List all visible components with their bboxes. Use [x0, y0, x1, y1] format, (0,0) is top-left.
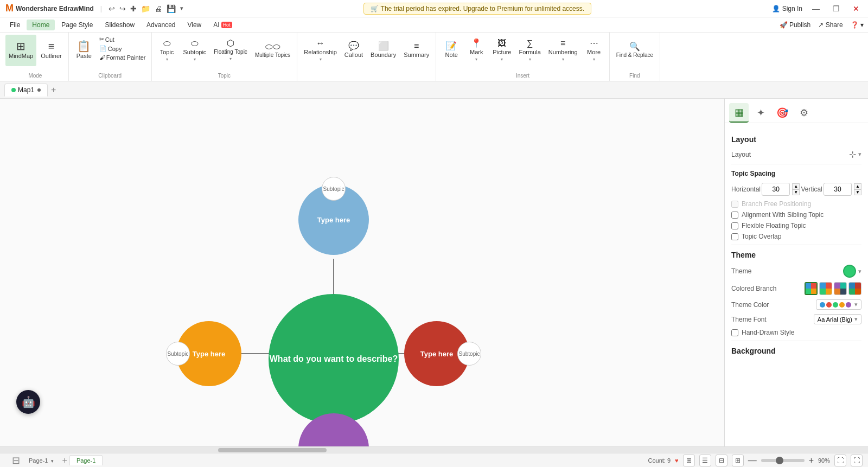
sign-in-btn[interactable]: 👤 Sign In: [772, 5, 802, 12]
menu-advanced[interactable]: Advanced: [141, 20, 181, 30]
zoom-plus[interactable]: +: [809, 456, 814, 465]
boundary-btn[interactable]: ⬜ Boundary: [367, 35, 399, 66]
view-btn-3[interactable]: ⊟: [716, 455, 727, 466]
alignment-checkbox[interactable]: [731, 212, 738, 219]
scroll-thumb[interactable]: [218, 448, 327, 452]
center-node[interactable]: What do you want to describe?: [269, 294, 399, 424]
cut-btn[interactable]: ✂ Cut: [97, 35, 148, 44]
paste-btn[interactable]: 📋 Paste: [72, 35, 96, 66]
redo-icon[interactable]: ↪: [119, 4, 126, 13]
title-bar: M Wondershare EdrawMind | ↩ ↪ ✚ 📁 🖨 💾 ▾ …: [0, 0, 868, 17]
theme-select[interactable]: ▾: [843, 265, 861, 278]
minimize-btn[interactable]: —: [809, 4, 823, 13]
mindmap-btn[interactable]: ⊞ MindMap: [5, 35, 36, 66]
relationship-btn[interactable]: ↔ Relationship ▾: [301, 35, 340, 66]
menu-home[interactable]: Home: [27, 20, 55, 30]
menu-slideshow[interactable]: Slideshow: [99, 20, 140, 30]
h-scrollbar[interactable]: [0, 446, 868, 453]
subtopic-top[interactable]: Subtopic: [322, 177, 346, 201]
menu-file[interactable]: File: [4, 20, 25, 30]
zoom-minus[interactable]: —: [748, 456, 757, 465]
horizontal-down[interactable]: ▼: [792, 189, 800, 195]
open-icon[interactable]: 📁: [141, 4, 150, 13]
hand-drawn-checkbox[interactable]: [731, 329, 738, 336]
vertical-up[interactable]: ▲: [854, 183, 861, 189]
numbering-btn[interactable]: ≡ Numbering ▾: [545, 35, 581, 66]
new-icon[interactable]: ✚: [130, 4, 137, 13]
horizontal-up[interactable]: ▲: [792, 183, 800, 189]
tab-map1[interactable]: Map1: [4, 84, 48, 97]
theme-color-bar[interactable]: ▾: [816, 299, 861, 310]
page-tab-1[interactable]: Page-1 ▾: [22, 456, 60, 465]
panel-tab-ai[interactable]: ✦: [751, 103, 770, 123]
theme-circle[interactable]: [843, 265, 856, 278]
menu-view[interactable]: View: [182, 20, 207, 30]
formula-btn[interactable]: ∑ Formula ▾: [515, 35, 544, 66]
callout-btn[interactable]: 💬 Callout: [341, 35, 366, 66]
horizontal-spinner: ▲ ▼: [792, 183, 800, 195]
view-btn-2[interactable]: ☰: [699, 455, 711, 466]
format-painter-btn[interactable]: 🖌 Format Painter: [97, 53, 148, 62]
cb-btn-3[interactable]: [834, 282, 847, 295]
close-btn[interactable]: ✕: [850, 4, 863, 13]
ribbon-topic-items: ⬭ Topic ▾ ⬭ Subtopic ▾ ⬡ Floating Topic …: [155, 35, 294, 72]
trial-bar[interactable]: 🛒 The trial period has expired. Upgrade …: [363, 3, 591, 15]
theme-font-select[interactable]: Aa Arial (Big) ▾: [814, 314, 861, 324]
add-page-btn[interactable]: +: [60, 456, 69, 465]
mark-btn[interactable]: 📍 Mark ▾: [464, 35, 488, 66]
note-btn[interactable]: 📝 Note: [439, 35, 463, 66]
cb-btn-1[interactable]: [805, 282, 818, 295]
publish-btn[interactable]: 🚀 Publish: [780, 21, 811, 29]
save-icon[interactable]: 💾: [167, 4, 176, 13]
view-btn-4[interactable]: ⊞: [732, 455, 744, 466]
vertical-input[interactable]: [824, 183, 852, 196]
theme-color-dropdown[interactable]: ▾: [854, 301, 858, 308]
outliner-btn[interactable]: ≡ Outliner: [37, 35, 65, 66]
subtopic-right[interactable]: Subtopic: [457, 342, 481, 366]
more-btn[interactable]: ⋯ More ▾: [582, 35, 606, 66]
dropdown-icon[interactable]: ▾: [180, 5, 183, 12]
panel-toggle-btn[interactable]: ⊟: [10, 455, 22, 466]
maximize-btn[interactable]: ❐: [829, 4, 843, 13]
formula-icon: ∑: [527, 39, 533, 48]
add-tab-btn[interactable]: +: [49, 85, 58, 95]
print-icon[interactable]: 🖨: [155, 4, 162, 13]
subtopic-btn[interactable]: ⬭ Subtopic ▾: [180, 35, 210, 66]
view-btn-1[interactable]: ⊞: [683, 455, 695, 466]
layout-dropdown-arrow[interactable]: ▾: [858, 151, 861, 158]
cb-btn-2[interactable]: [819, 282, 832, 295]
theme-dropdown-arrow[interactable]: ▾: [858, 268, 861, 275]
floating-topic-btn[interactable]: ⬡ Floating Topic ▾: [210, 35, 251, 66]
subtopic-left[interactable]: Subtopic: [166, 342, 190, 366]
expand-btn[interactable]: ⛶: [834, 455, 846, 466]
share-btn[interactable]: ↗ Share: [818, 21, 843, 29]
menu-page-style[interactable]: Page Style: [56, 20, 98, 30]
page-tab-1-active[interactable]: Page-1: [69, 455, 103, 465]
panel-tab-layout[interactable]: ▦: [729, 103, 749, 123]
main-area: What do you want to describe? Type here …: [0, 99, 868, 446]
zoom-slider[interactable]: [761, 459, 805, 462]
float-chat-btn[interactable]: 🤖: [16, 390, 40, 414]
menu-ai[interactable]: AI Hot: [208, 20, 237, 30]
find-replace-btn[interactable]: 🔍 Find & Replace: [613, 35, 656, 66]
page-tab-dropdown[interactable]: ▾: [51, 458, 54, 464]
panel-tab-settings[interactable]: ⚙: [794, 103, 814, 123]
fullscreen-btn[interactable]: ⛶: [851, 455, 863, 466]
vertical-down[interactable]: ▼: [854, 189, 861, 195]
undo-icon[interactable]: ↩: [108, 4, 115, 13]
summary-btn[interactable]: ≡ Summary: [400, 35, 432, 66]
horizontal-input[interactable]: [762, 183, 790, 196]
panel-tab-target[interactable]: 🎯: [773, 103, 792, 123]
overlap-checkbox[interactable]: [731, 233, 738, 240]
multiple-topics-btn[interactable]: ⬭⬭ Multiple Topics: [252, 35, 293, 66]
picture-btn[interactable]: 🖼 Picture ▾: [489, 35, 514, 66]
cb-btn-4[interactable]: [848, 282, 861, 295]
topic-icon: ⬭: [163, 39, 171, 48]
topic-btn[interactable]: ⬭ Topic ▾: [155, 35, 179, 66]
help-btn[interactable]: ❓ ▾: [851, 21, 864, 29]
canvas[interactable]: What do you want to describe? Type here …: [0, 99, 724, 446]
layout-select[interactable]: ⊹ ▾: [849, 149, 861, 159]
flexible-checkbox[interactable]: [731, 222, 738, 229]
copy-btn[interactable]: 📄 Copy: [97, 44, 148, 53]
branch-free-checkbox[interactable]: [731, 201, 738, 208]
